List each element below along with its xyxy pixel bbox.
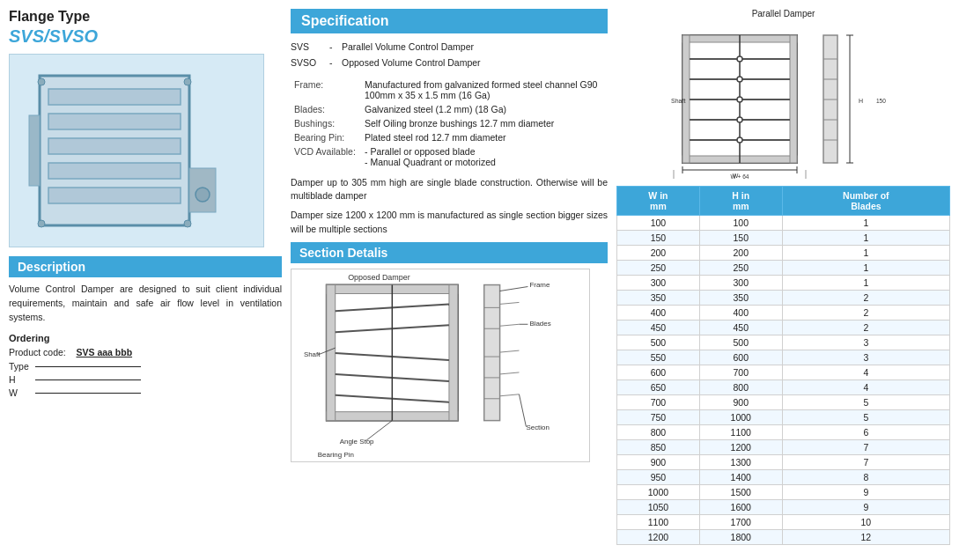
cell-w: 350 — [617, 291, 700, 306]
table-row: 2502501 — [617, 261, 950, 276]
parallel-damper-section: Parallel Damper — [616, 9, 950, 181]
right-column: Parallel Damper — [616, 9, 950, 545]
svg-line-35 — [500, 372, 520, 373]
frame-row: Frame: Manufactured from galvanized form… — [291, 77, 608, 102]
cell-blades: 12 — [782, 530, 949, 545]
table-row: 3503502 — [617, 291, 950, 306]
svg-point-11 — [184, 78, 191, 85]
cell-h: 100 — [699, 216, 782, 231]
svg-rect-7 — [29, 115, 40, 186]
left-column: Flange Type SVS/SVSO — [9, 9, 282, 545]
table-row: 75010005 — [617, 410, 950, 425]
svg-point-12 — [38, 220, 45, 227]
table-row: 7009005 — [617, 395, 950, 410]
svg-text:150: 150 — [876, 98, 886, 104]
ordering-lines: Type H W — [9, 361, 282, 398]
cell-w: 1000 — [617, 485, 700, 500]
cell-w: 200 — [617, 246, 700, 261]
cell-w: 450 — [617, 321, 700, 335]
cell-w: 950 — [617, 470, 700, 485]
table-row: 5506003 — [617, 350, 950, 365]
cell-h: 400 — [699, 306, 782, 321]
bearing-label: Bearing Pin: — [291, 130, 361, 144]
cell-blades: 3 — [782, 350, 949, 365]
w-label: W — [9, 387, 35, 398]
svso-row: SVSO - Opposed Volume Control Damper — [291, 56, 608, 70]
svg-rect-4 — [48, 163, 181, 179]
cell-w: 400 — [617, 306, 700, 321]
table-row: 85012007 — [617, 440, 950, 455]
dimensions-table: W inmm H inmm Number ofBlades 1001001150… — [616, 186, 950, 545]
svg-point-9 — [195, 188, 210, 202]
table-row: 1501501 — [617, 231, 950, 246]
svg-point-55 — [737, 117, 742, 122]
svg-line-39 — [366, 420, 393, 440]
cell-blades: 1 — [782, 276, 949, 291]
cell-blades: 2 — [782, 306, 949, 321]
cell-h: 700 — [699, 365, 782, 380]
svg-rect-26 — [484, 284, 500, 420]
spec-details-table: Frame: Manufactured from galvanized form… — [291, 77, 608, 169]
frame-label-diagram: Frame — [529, 280, 550, 288]
vcd-value2: - Manual Quadrant or motorized — [365, 157, 496, 167]
svg-line-33 — [500, 324, 520, 326]
svg-text:Shaft: Shaft — [671, 98, 685, 104]
cell-blades: 4 — [782, 380, 949, 395]
parallel-damper-label: Parallel Damper — [616, 9, 950, 18]
cell-w: 1200 — [617, 530, 700, 545]
cell-h: 1300 — [699, 455, 782, 470]
svg-rect-5 — [48, 188, 181, 203]
table-row: 100015009 — [617, 485, 950, 500]
table-row: 1200180012 — [617, 530, 950, 545]
svg-line-34 — [500, 350, 520, 352]
cell-blades: 1 — [782, 246, 949, 261]
svs-code: SVS — [291, 41, 326, 55]
angle-stop-label: Angle Stop — [340, 438, 374, 446]
bushings-label: Bushings: — [291, 116, 361, 130]
cell-w: 800 — [617, 425, 700, 440]
cell-h: 200 — [699, 246, 782, 261]
cell-w: 700 — [617, 395, 700, 410]
cell-w: 900 — [617, 455, 700, 470]
model-title: SVS/SVSO — [9, 26, 282, 47]
product-code-label: Product code: — [9, 347, 66, 357]
table-header-w: W inmm — [617, 187, 700, 216]
table-row: 105016009 — [617, 500, 950, 515]
svg-text:W + 64: W + 64 — [730, 173, 749, 180]
cell-h: 500 — [699, 335, 782, 350]
cell-h: 600 — [699, 350, 782, 365]
product-code-row: Product code: SVS aaa bbb — [9, 347, 282, 357]
cell-w: 250 — [617, 261, 700, 276]
product-code-value: SVS aaa bbb — [76, 347, 132, 357]
svg-point-54 — [737, 97, 742, 102]
vcd-label: VCD Available: — [291, 144, 361, 169]
table-row: 80011006 — [617, 425, 950, 440]
cell-blades: 3 — [782, 335, 949, 350]
cell-w: 600 — [617, 365, 700, 380]
bushings-value: Self Oiling bronze bushings 12.7 mm diam… — [361, 116, 608, 130]
blades-value: Galvanized steel (1.2 mm) (18 Ga) — [361, 102, 608, 116]
cell-h: 1000 — [699, 410, 782, 425]
w-line — [35, 393, 141, 394]
description-text: Volume Control Damper are designed to su… — [9, 283, 282, 324]
w-line-row: W — [9, 387, 282, 398]
cell-blades: 7 — [782, 455, 949, 470]
svg-point-52 — [737, 56, 742, 62]
vcd-row: VCD Available: - Parallel or opposed bla… — [291, 144, 608, 169]
cell-h: 1700 — [699, 515, 782, 530]
bushings-row: Bushings: Self Oiling bronze bushings 12… — [291, 116, 608, 130]
cell-w: 850 — [617, 440, 700, 455]
cell-w: 500 — [617, 335, 700, 350]
svg-rect-2 — [48, 114, 181, 129]
spec-intro: SVS - Parallel Volume Control Damper SVS… — [291, 41, 608, 70]
cell-w: 100 — [617, 216, 700, 231]
cell-blades: 1 — [782, 261, 949, 276]
cell-blades: 1 — [782, 216, 949, 231]
svg-point-53 — [737, 77, 742, 82]
bearing-value: Plated steel rod 12.7 mm diameter — [361, 130, 608, 144]
table-row: 6007004 — [617, 365, 950, 380]
table-header-blades: Number ofBlades — [782, 187, 949, 216]
flange-type-title: Flange Type — [9, 9, 282, 25]
cell-h: 1500 — [699, 485, 782, 500]
middle-column: Specification SVS - Parallel Volume Cont… — [291, 9, 608, 545]
